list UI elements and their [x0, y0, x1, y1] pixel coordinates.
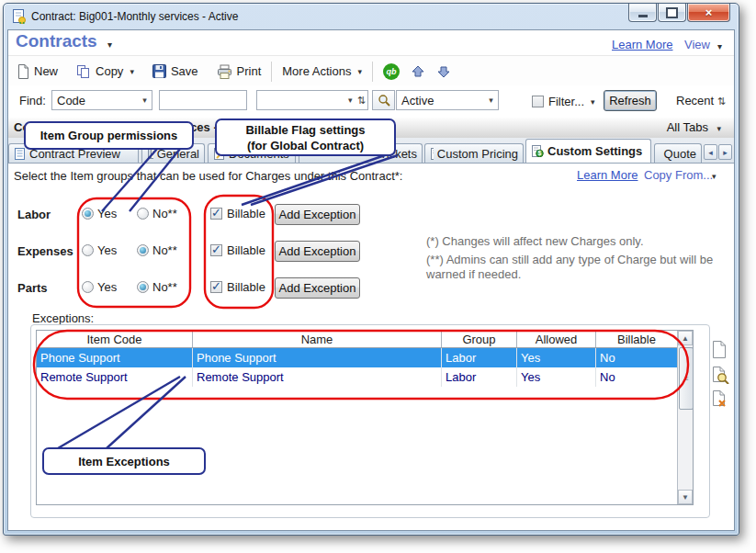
tab-custom-settings[interactable]: $ Custom Settings	[525, 139, 651, 163]
tab-scroll-left-icon: ◂	[708, 148, 713, 157]
find-secondary-combo[interactable]: ▾ ⇅	[256, 90, 368, 110]
tab-custom-pricing[interactable]: $ Custom Pricing	[424, 143, 524, 163]
recent-menu[interactable]: Recent ⇅	[676, 94, 728, 107]
chevron-down-icon[interactable]: ▾	[717, 124, 721, 133]
chevron-down-icon: ▾	[357, 67, 362, 76]
print-button[interactable]: Print	[211, 62, 267, 82]
chevron-down-icon[interactable]: ▾	[712, 172, 717, 181]
new-button[interactable]: New	[12, 62, 63, 82]
scroll-down-icon[interactable]: ▼	[678, 490, 693, 504]
quote-tab-icon: "	[660, 148, 660, 160]
checkbox-icon	[210, 244, 222, 256]
chevron-down-icon: ▾	[484, 96, 498, 105]
expenses-no-radio[interactable]: No**	[137, 243, 177, 257]
minimize-button[interactable]	[628, 4, 657, 22]
window-title: Contract: Big001-Monthly services - Acti…	[31, 10, 238, 23]
checkbox-icon	[210, 281, 222, 293]
expenses-billable-checkbox[interactable]: Billable	[210, 243, 265, 257]
quickbooks-button[interactable]: qb	[378, 61, 405, 83]
find-bar: Find: Code ▾ ▾ ⇅ Active ▾	[8, 85, 734, 118]
learn-more-link-content[interactable]: Learn More	[577, 168, 638, 182]
expenses-add-exception-button[interactable]: Add Exception	[275, 241, 360, 262]
tab-scroll-right-button[interactable]: ▸	[718, 144, 732, 160]
main-toolbar: New Copy▾ Save	[8, 55, 734, 87]
close-button[interactable]: ×	[687, 4, 730, 22]
delete-exception-button[interactable]	[712, 390, 730, 411]
table-row[interactable]: Remote Support Remote Support Labor Yes …	[37, 367, 693, 387]
column-header[interactable]: Group	[442, 331, 517, 347]
permission-row-labor: Labor Yes No** Billable Add Exception	[8, 203, 394, 227]
find-field-combo[interactable]: Code ▾	[51, 90, 152, 110]
save-button[interactable]: Save	[147, 62, 204, 81]
parts-billable-checkbox[interactable]: Billable	[210, 280, 265, 294]
toolbar-separator	[271, 62, 272, 82]
tab-quote[interactable]: " Quote	[654, 143, 702, 163]
callout-item-group-permissions: Item Group permissions	[24, 121, 194, 150]
labor-yes-radio[interactable]: Yes	[82, 207, 117, 220]
status-filter-combo[interactable]: Active ▾	[396, 90, 499, 110]
intro-text: Select the Item groups that can be used …	[14, 169, 402, 183]
radio-icon	[137, 208, 149, 220]
chevron-down-icon[interactable]: ▾	[717, 41, 722, 51]
scroll-up-icon[interactable]: ▲	[678, 331, 693, 345]
search-button[interactable]	[372, 90, 395, 110]
footnote-2: (**) Admins can still add any type of Ch…	[426, 253, 735, 282]
previous-record-button[interactable]	[405, 62, 431, 82]
learn-more-link-top[interactable]: Learn More	[612, 38, 672, 51]
labor-no-radio[interactable]: No**	[137, 207, 177, 220]
contract-icon	[12, 9, 27, 24]
copy-from-menu[interactable]: Copy From...	[644, 168, 713, 182]
table-header: Item Code Name Group Allowed Billable	[37, 331, 693, 348]
chevron-down-icon: ▾	[591, 97, 595, 107]
all-tabs-menu[interactable]: All Tabs	[667, 120, 708, 134]
next-record-button[interactable]	[431, 62, 457, 82]
group-label: Expenses	[17, 244, 73, 258]
parts-add-exception-button[interactable]: Add Exception	[275, 277, 360, 299]
filter-checkbox[interactable]: Filter... ▾	[532, 95, 595, 108]
sort-updown-icon: ⇅	[717, 96, 726, 107]
arrow-down-icon	[436, 64, 451, 79]
chevron-down-icon: ▾	[138, 96, 152, 105]
parts-yes-radio[interactable]: Yes	[82, 280, 117, 294]
radio-icon	[137, 244, 149, 256]
column-header[interactable]: Item Code	[37, 331, 193, 347]
more-actions-button[interactable]: More Actions▾	[276, 62, 367, 81]
new-page-icon	[17, 64, 29, 79]
column-header[interactable]: Billable	[596, 331, 677, 347]
tab-scroll-left-button[interactable]: ◂	[704, 144, 717, 160]
labor-billable-checkbox[interactable]: Billable	[210, 207, 265, 220]
filter-checkbox-box	[532, 96, 544, 107]
column-header[interactable]: Allowed	[517, 331, 596, 347]
arrow-up-icon	[411, 64, 425, 79]
contract-window: Contract: Big001-Monthly services - Acti…	[3, 3, 739, 536]
find-value-input[interactable]	[159, 90, 247, 110]
search-icon	[378, 94, 390, 107]
group-label: Parts	[17, 281, 48, 295]
chevron-down-icon: ▾	[130, 67, 134, 76]
restore-button[interactable]	[658, 4, 686, 22]
view-menu[interactable]: View	[684, 38, 710, 51]
table-scrollbar[interactable]: ▲ ≡ ▼	[677, 331, 693, 504]
expenses-yes-radio[interactable]: Yes	[82, 243, 117, 257]
toolbar-separator	[372, 62, 373, 82]
refresh-button[interactable]: Refresh	[604, 90, 657, 111]
radio-icon	[82, 244, 94, 256]
chevron-down-icon[interactable]: ▾	[107, 40, 112, 50]
column-header[interactable]: Name	[193, 331, 442, 347]
scrollbar-thumb[interactable]: ≡	[679, 347, 694, 410]
print-icon	[217, 64, 232, 79]
tab-scroll-right-icon: ▸	[723, 148, 728, 157]
new-exception-button[interactable]	[712, 341, 730, 361]
copy-button[interactable]: Copy▾	[71, 62, 140, 82]
radio-icon	[82, 281, 94, 293]
exceptions-table: Item Code Name Group Allowed Billable Ph…	[36, 330, 694, 505]
parts-no-radio[interactable]: No**	[137, 280, 177, 294]
table-row[interactable]: Phone Support Phone Support Labor Yes No	[37, 348, 693, 367]
labor-add-exception-button[interactable]: Add Exception	[275, 204, 360, 225]
title-bar[interactable]: Contract: Big001-Monthly services - Acti…	[4, 4, 739, 29]
custom-settings-tab-icon: $	[531, 145, 544, 157]
view-exception-button[interactable]	[712, 367, 730, 387]
preview-tab-icon	[14, 148, 26, 160]
svg-text:$: $	[538, 150, 542, 157]
page-delete-icon	[712, 390, 728, 408]
